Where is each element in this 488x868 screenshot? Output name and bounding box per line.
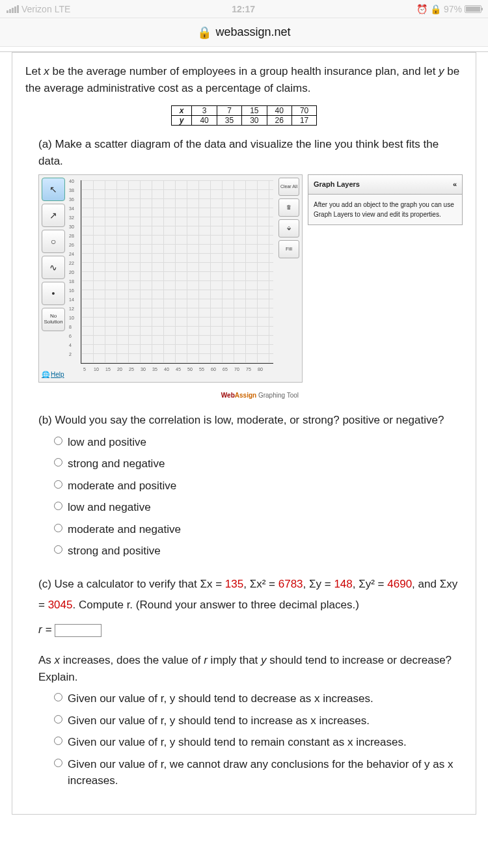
y-tick: 30	[69, 224, 74, 231]
address-bar[interactable]: 🔒 webassign.net	[0, 18, 488, 47]
graph-footer: WebAssign Graphing Tool	[38, 390, 299, 400]
plot-area[interactable]: 4038363432302826242220181614121086425101…	[68, 178, 276, 379]
part-c-text: (c) Use a calculator to verify that Σx =…	[38, 578, 457, 611]
x-tick: 80	[258, 366, 263, 373]
part-a-text: (a) Make a scatter diagram of the data a…	[38, 138, 439, 167]
y-tick: 32	[69, 215, 74, 222]
radio-label: Given our value of r, y should tend to r…	[68, 734, 407, 751]
y-tick: 38	[69, 187, 74, 195]
part-d-option[interactable]: Given our value of r, y should tend to r…	[54, 731, 463, 753]
delete-button[interactable]: 🗑	[278, 198, 299, 217]
graph-layers-header[interactable]: Graph Layers «	[308, 174, 463, 195]
part-d-option[interactable]: Given our value of r, y should tend to d…	[54, 688, 463, 710]
x-tick: 15	[105, 366, 111, 373]
network-label: LTE	[55, 4, 71, 14]
domain-label: webassign.net	[215, 25, 290, 39]
y-tick: 16	[69, 288, 74, 295]
part-d-option[interactable]: Given our value of r, y should tend to i…	[54, 710, 463, 732]
x-tick: 60	[211, 366, 216, 373]
lock-icon: 🔒	[197, 25, 211, 40]
status-bar: Verizon LTE 12:17 ⏰ 🔒 97%	[0, 0, 488, 18]
y-tick: 34	[69, 206, 74, 213]
y-tick: 8	[69, 324, 72, 331]
part-b-option[interactable]: strong and negative	[54, 453, 463, 475]
y-tick: 14	[69, 297, 74, 304]
r-input[interactable]	[55, 624, 102, 637]
y-tick: 24	[69, 251, 74, 258]
part-b-text: (b) Would you say the correlation is low…	[38, 414, 444, 426]
fill-tool-icon[interactable]: ⬙	[278, 219, 299, 237]
y-tick: 12	[69, 306, 74, 313]
radio-input[interactable]	[54, 545, 62, 554]
y-tick: 6	[69, 333, 72, 340]
radio-label: low and positive	[68, 434, 146, 451]
part-b-option[interactable]: moderate and positive	[54, 475, 463, 497]
x-tick: 40	[164, 366, 169, 373]
question-container: Let x be the average number of employees…	[12, 52, 476, 815]
y-tick: 28	[69, 233, 74, 240]
radio-input[interactable]	[54, 524, 62, 532]
y-tick: 36	[69, 197, 74, 204]
x-tick: 35	[152, 366, 157, 373]
x-tick: 10	[94, 366, 99, 373]
y-tick: 4	[69, 342, 72, 349]
radio-input[interactable]	[54, 502, 62, 510]
battery-pct: 97%	[444, 4, 462, 14]
radio-input[interactable]	[54, 458, 62, 467]
radio-input[interactable]	[54, 693, 62, 701]
radio-input[interactable]	[54, 715, 62, 724]
no-solution-tool[interactable]: No Solution	[42, 308, 65, 331]
x-tick: 5	[83, 366, 86, 373]
problem-intro: Let x be the average number of employees…	[25, 63, 463, 96]
y-tick: 10	[69, 315, 74, 322]
part-b-option[interactable]: low and positive	[54, 431, 463, 454]
radio-input[interactable]	[54, 759, 62, 767]
line-tool[interactable]: ↗	[42, 204, 65, 227]
y-tick: 20	[69, 269, 74, 277]
radio-input[interactable]	[54, 480, 62, 489]
clear-all-button[interactable]: Clear All	[278, 178, 299, 196]
radio-label: strong and negative	[68, 455, 165, 472]
y-tick: 26	[69, 242, 74, 249]
part-d-option[interactable]: Given our value of r, we cannot draw any…	[54, 753, 463, 792]
y-tick: 2	[69, 351, 72, 359]
radio-label: Given our value of r, we cannot draw any…	[68, 756, 463, 789]
part-b-option[interactable]: moderate and negative	[54, 519, 463, 541]
x-tick: 25	[129, 366, 134, 373]
radio-input[interactable]	[54, 437, 62, 445]
x-tick: 45	[176, 366, 181, 373]
radio-label: strong and positive	[68, 543, 161, 560]
radio-label: moderate and positive	[68, 478, 176, 495]
radio-label: Given our value of r, y should tend to d…	[68, 690, 373, 707]
part-b-option[interactable]: low and negative	[54, 496, 463, 519]
part-b-option[interactable]: strong and positive	[54, 540, 463, 562]
signal-icon	[7, 5, 19, 13]
point-tool[interactable]: •	[42, 282, 65, 305]
x-tick: 55	[199, 366, 204, 373]
y-tick: 22	[69, 260, 74, 267]
collapse-icon[interactable]: «	[453, 179, 457, 190]
y-tick: 18	[69, 278, 74, 286]
x-tick: 65	[223, 366, 228, 373]
parabola-tool[interactable]: ∿	[42, 256, 65, 279]
pointer-tool[interactable]: ↖	[42, 178, 65, 201]
help-link[interactable]: 🌐 Help	[42, 370, 65, 379]
radio-input[interactable]	[54, 737, 62, 745]
x-tick: 50	[187, 366, 193, 373]
fill-button[interactable]: Fill	[278, 240, 299, 258]
radio-label: moderate and negative	[68, 521, 181, 538]
battery-icon	[465, 5, 481, 13]
x-tick: 70	[234, 366, 239, 373]
r-label: r =	[38, 623, 55, 636]
y-tick: 40	[69, 178, 74, 185]
rotation-lock-icon: 🔒	[430, 4, 441, 14]
carrier-label: Verizon	[21, 4, 52, 14]
circle-tool[interactable]: ○	[42, 230, 65, 253]
data-table: x 3 7 15 40 70 y 40 35 30 26 17	[171, 105, 317, 126]
x-tick: 30	[141, 366, 146, 373]
radio-label: Given our value of r, y should tend to i…	[68, 712, 370, 729]
x-tick: 20	[117, 366, 122, 373]
radio-label: low and negative	[68, 499, 151, 516]
part-d-text: As x increases, does the value of r impl…	[38, 654, 452, 683]
x-tick: 75	[246, 366, 251, 373]
